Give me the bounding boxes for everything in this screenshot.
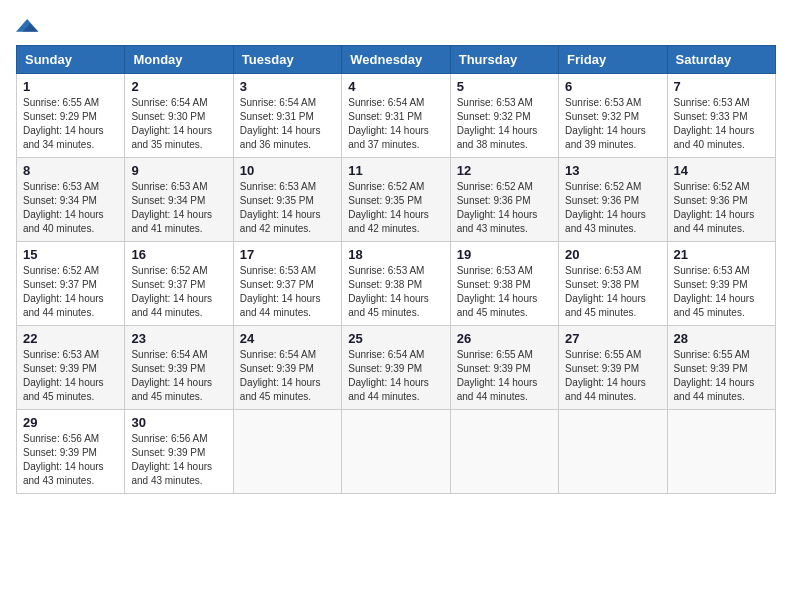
calendar-cell: 28Sunrise: 6:55 AMSunset: 9:39 PMDayligh… xyxy=(667,326,775,410)
calendar-cell: 26Sunrise: 6:55 AMSunset: 9:39 PMDayligh… xyxy=(450,326,558,410)
day-number: 28 xyxy=(674,331,769,346)
day-number: 3 xyxy=(240,79,335,94)
day-info: Sunrise: 6:52 AMSunset: 9:37 PMDaylight:… xyxy=(23,264,118,320)
day-number: 9 xyxy=(131,163,226,178)
day-info: Sunrise: 6:55 AMSunset: 9:39 PMDaylight:… xyxy=(565,348,660,404)
day-info: Sunrise: 6:54 AMSunset: 9:30 PMDaylight:… xyxy=(131,96,226,152)
day-info: Sunrise: 6:55 AMSunset: 9:39 PMDaylight:… xyxy=(457,348,552,404)
day-info: Sunrise: 6:53 AMSunset: 9:32 PMDaylight:… xyxy=(457,96,552,152)
day-number: 17 xyxy=(240,247,335,262)
calendar-cell: 19Sunrise: 6:53 AMSunset: 9:38 PMDayligh… xyxy=(450,242,558,326)
day-number: 13 xyxy=(565,163,660,178)
calendar-cell: 7Sunrise: 6:53 AMSunset: 9:33 PMDaylight… xyxy=(667,74,775,158)
day-info: Sunrise: 6:56 AMSunset: 9:39 PMDaylight:… xyxy=(23,432,118,488)
day-info: Sunrise: 6:53 AMSunset: 9:39 PMDaylight:… xyxy=(674,264,769,320)
day-info: Sunrise: 6:52 AMSunset: 9:36 PMDaylight:… xyxy=(565,180,660,236)
calendar-cell: 11Sunrise: 6:52 AMSunset: 9:35 PMDayligh… xyxy=(342,158,450,242)
day-info: Sunrise: 6:54 AMSunset: 9:39 PMDaylight:… xyxy=(348,348,443,404)
day-number: 7 xyxy=(674,79,769,94)
calendar-cell: 24Sunrise: 6:54 AMSunset: 9:39 PMDayligh… xyxy=(233,326,341,410)
calendar-cell: 17Sunrise: 6:53 AMSunset: 9:37 PMDayligh… xyxy=(233,242,341,326)
day-info: Sunrise: 6:53 AMSunset: 9:34 PMDaylight:… xyxy=(131,180,226,236)
day-info: Sunrise: 6:53 AMSunset: 9:34 PMDaylight:… xyxy=(23,180,118,236)
day-number: 21 xyxy=(674,247,769,262)
calendar-cell: 29Sunrise: 6:56 AMSunset: 9:39 PMDayligh… xyxy=(17,410,125,494)
calendar-cell: 9Sunrise: 6:53 AMSunset: 9:34 PMDaylight… xyxy=(125,158,233,242)
day-info: Sunrise: 6:54 AMSunset: 9:39 PMDaylight:… xyxy=(131,348,226,404)
day-number: 10 xyxy=(240,163,335,178)
calendar-cell: 12Sunrise: 6:52 AMSunset: 9:36 PMDayligh… xyxy=(450,158,558,242)
day-info: Sunrise: 6:55 AMSunset: 9:29 PMDaylight:… xyxy=(23,96,118,152)
calendar-cell: 1Sunrise: 6:55 AMSunset: 9:29 PMDaylight… xyxy=(17,74,125,158)
day-info: Sunrise: 6:52 AMSunset: 9:36 PMDaylight:… xyxy=(674,180,769,236)
calendar-cell: 14Sunrise: 6:52 AMSunset: 9:36 PMDayligh… xyxy=(667,158,775,242)
day-number: 30 xyxy=(131,415,226,430)
calendar-cell: 27Sunrise: 6:55 AMSunset: 9:39 PMDayligh… xyxy=(559,326,667,410)
calendar-cell: 21Sunrise: 6:53 AMSunset: 9:39 PMDayligh… xyxy=(667,242,775,326)
day-info: Sunrise: 6:53 AMSunset: 9:38 PMDaylight:… xyxy=(565,264,660,320)
day-number: 8 xyxy=(23,163,118,178)
day-number: 26 xyxy=(457,331,552,346)
day-info: Sunrise: 6:53 AMSunset: 9:35 PMDaylight:… xyxy=(240,180,335,236)
calendar-week-row: 22Sunrise: 6:53 AMSunset: 9:39 PMDayligh… xyxy=(17,326,776,410)
logo xyxy=(16,16,44,37)
day-info: Sunrise: 6:53 AMSunset: 9:38 PMDaylight:… xyxy=(348,264,443,320)
calendar-cell xyxy=(233,410,341,494)
calendar-cell: 25Sunrise: 6:54 AMSunset: 9:39 PMDayligh… xyxy=(342,326,450,410)
day-number: 11 xyxy=(348,163,443,178)
logo-icon xyxy=(16,17,40,37)
calendar-cell: 15Sunrise: 6:52 AMSunset: 9:37 PMDayligh… xyxy=(17,242,125,326)
calendar-cell: 10Sunrise: 6:53 AMSunset: 9:35 PMDayligh… xyxy=(233,158,341,242)
day-info: Sunrise: 6:55 AMSunset: 9:39 PMDaylight:… xyxy=(674,348,769,404)
calendar-cell: 23Sunrise: 6:54 AMSunset: 9:39 PMDayligh… xyxy=(125,326,233,410)
day-info: Sunrise: 6:53 AMSunset: 9:33 PMDaylight:… xyxy=(674,96,769,152)
day-number: 1 xyxy=(23,79,118,94)
day-info: Sunrise: 6:54 AMSunset: 9:31 PMDaylight:… xyxy=(240,96,335,152)
day-number: 18 xyxy=(348,247,443,262)
day-info: Sunrise: 6:53 AMSunset: 9:32 PMDaylight:… xyxy=(565,96,660,152)
day-number: 4 xyxy=(348,79,443,94)
day-info: Sunrise: 6:53 AMSunset: 9:39 PMDaylight:… xyxy=(23,348,118,404)
day-info: Sunrise: 6:52 AMSunset: 9:36 PMDaylight:… xyxy=(457,180,552,236)
page-header xyxy=(16,16,776,37)
day-number: 25 xyxy=(348,331,443,346)
calendar-header-row: SundayMondayTuesdayWednesdayThursdayFrid… xyxy=(17,46,776,74)
calendar-cell: 16Sunrise: 6:52 AMSunset: 9:37 PMDayligh… xyxy=(125,242,233,326)
day-info: Sunrise: 6:52 AMSunset: 9:37 PMDaylight:… xyxy=(131,264,226,320)
calendar-cell: 18Sunrise: 6:53 AMSunset: 9:38 PMDayligh… xyxy=(342,242,450,326)
day-info: Sunrise: 6:56 AMSunset: 9:39 PMDaylight:… xyxy=(131,432,226,488)
calendar-cell xyxy=(559,410,667,494)
day-header-sunday: Sunday xyxy=(17,46,125,74)
day-number: 20 xyxy=(565,247,660,262)
calendar-cell: 5Sunrise: 6:53 AMSunset: 9:32 PMDaylight… xyxy=(450,74,558,158)
calendar-cell xyxy=(667,410,775,494)
calendar-cell: 6Sunrise: 6:53 AMSunset: 9:32 PMDaylight… xyxy=(559,74,667,158)
day-header-saturday: Saturday xyxy=(667,46,775,74)
day-number: 6 xyxy=(565,79,660,94)
day-info: Sunrise: 6:54 AMSunset: 9:39 PMDaylight:… xyxy=(240,348,335,404)
day-number: 15 xyxy=(23,247,118,262)
calendar-cell: 3Sunrise: 6:54 AMSunset: 9:31 PMDaylight… xyxy=(233,74,341,158)
day-number: 5 xyxy=(457,79,552,94)
calendar-table: SundayMondayTuesdayWednesdayThursdayFrid… xyxy=(16,45,776,494)
day-number: 27 xyxy=(565,331,660,346)
calendar-week-row: 29Sunrise: 6:56 AMSunset: 9:39 PMDayligh… xyxy=(17,410,776,494)
day-info: Sunrise: 6:52 AMSunset: 9:35 PMDaylight:… xyxy=(348,180,443,236)
calendar-week-row: 15Sunrise: 6:52 AMSunset: 9:37 PMDayligh… xyxy=(17,242,776,326)
day-number: 12 xyxy=(457,163,552,178)
day-number: 29 xyxy=(23,415,118,430)
calendar-week-row: 1Sunrise: 6:55 AMSunset: 9:29 PMDaylight… xyxy=(17,74,776,158)
calendar-cell: 4Sunrise: 6:54 AMSunset: 9:31 PMDaylight… xyxy=(342,74,450,158)
calendar-cell: 30Sunrise: 6:56 AMSunset: 9:39 PMDayligh… xyxy=(125,410,233,494)
day-header-monday: Monday xyxy=(125,46,233,74)
day-header-thursday: Thursday xyxy=(450,46,558,74)
day-number: 16 xyxy=(131,247,226,262)
calendar-cell: 2Sunrise: 6:54 AMSunset: 9:30 PMDaylight… xyxy=(125,74,233,158)
calendar-week-row: 8Sunrise: 6:53 AMSunset: 9:34 PMDaylight… xyxy=(17,158,776,242)
calendar-cell: 20Sunrise: 6:53 AMSunset: 9:38 PMDayligh… xyxy=(559,242,667,326)
day-number: 24 xyxy=(240,331,335,346)
calendar-cell: 13Sunrise: 6:52 AMSunset: 9:36 PMDayligh… xyxy=(559,158,667,242)
day-number: 2 xyxy=(131,79,226,94)
calendar-cell: 8Sunrise: 6:53 AMSunset: 9:34 PMDaylight… xyxy=(17,158,125,242)
day-header-wednesday: Wednesday xyxy=(342,46,450,74)
